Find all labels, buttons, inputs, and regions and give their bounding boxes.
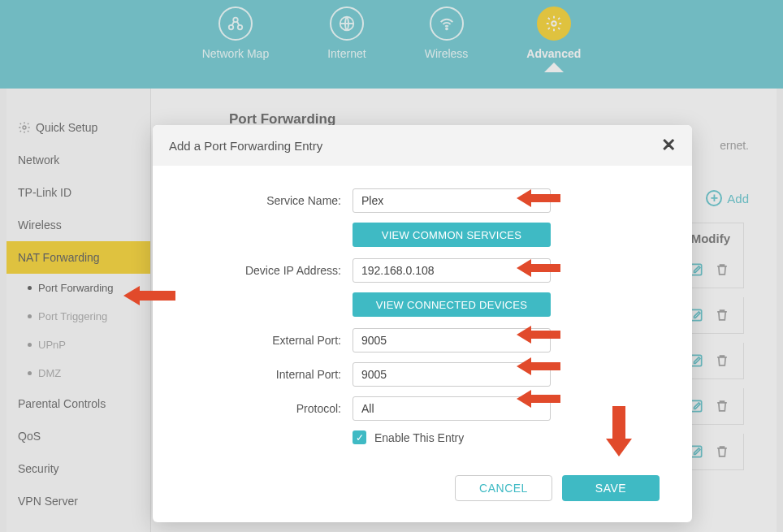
external-port-input[interactable] <box>353 328 551 353</box>
internal-port-label: Internal Port: <box>185 368 353 381</box>
wifi-icon <box>430 6 464 41</box>
nav-advanced[interactable]: Advanced <box>526 6 581 60</box>
svg-point-4 <box>446 28 448 30</box>
sidebar-wireless[interactable]: Wireless <box>6 209 150 241</box>
svg-point-6 <box>23 126 26 129</box>
sidebar-parental[interactable]: Parental Controls <box>6 387 150 420</box>
nav-label: Internet <box>327 47 366 60</box>
view-common-services-button[interactable]: VIEW COMMON SERVICES <box>353 223 551 247</box>
modal-header: Add a Port Forwarding Entry ✕ <box>153 125 692 166</box>
sidebar-label: Port Triggering <box>38 310 107 322</box>
sidebar-quick-setup[interactable]: Quick Setup <box>6 111 150 144</box>
trash-icon[interactable] <box>714 398 730 414</box>
sidebar-nat-forwarding[interactable]: NAT Forwarding <box>6 241 150 274</box>
network-map-icon <box>218 6 253 41</box>
nav-wireless[interactable]: Wireless <box>425 6 469 60</box>
nav-label: Advanced <box>526 47 581 60</box>
sidebar-label: NAT Forwarding <box>18 251 100 264</box>
bullet-icon <box>28 314 32 318</box>
sidebar-label: Quick Setup <box>36 121 97 134</box>
sidebar-label: Network <box>18 154 59 167</box>
modal-footer: CANCEL SAVE <box>153 467 692 522</box>
sidebar: Quick Setup Network TP-Link ID Wireless … <box>6 89 151 532</box>
globe-icon <box>330 6 364 41</box>
sidebar-label: QoS <box>18 430 41 443</box>
view-connected-devices-button[interactable]: VIEW CONNECTED DEVICES <box>353 292 551 317</box>
sidebar-tplink-id[interactable]: TP-Link ID <box>6 176 150 209</box>
description-fragment: ernet. <box>720 139 749 152</box>
trash-icon[interactable] <box>714 353 730 369</box>
add-entry-modal: Add a Port Forwarding Entry ✕ Service Na… <box>153 125 692 522</box>
trash-icon[interactable] <box>714 443 730 460</box>
cancel-button[interactable]: CANCEL <box>455 475 552 501</box>
nav-label: Wireless <box>425 47 469 60</box>
top-nav: Network Map Internet Wireless Advanced <box>0 0 783 89</box>
sidebar-label: DMZ <box>38 367 61 379</box>
sidebar-label: Port Forwarding <box>38 282 113 294</box>
protocol-label: Protocol: <box>185 402 353 415</box>
service-name-label: Service Name: <box>185 194 353 207</box>
device-ip-input[interactable] <box>353 258 551 283</box>
enable-entry-row[interactable]: ✓ Enable This Entry <box>353 430 660 444</box>
service-name-input[interactable] <box>353 188 551 213</box>
nav-network-map[interactable]: Network Map <box>202 6 269 60</box>
sidebar-port-forwarding[interactable]: Port Forwarding <box>6 274 150 302</box>
external-port-label: External Port: <box>185 334 353 347</box>
sidebar-label: TP-Link ID <box>18 186 71 199</box>
modal-title: Add a Port Forwarding Entry <box>169 139 322 153</box>
sidebar-label: Wireless <box>18 218 62 231</box>
trash-icon[interactable] <box>714 307 730 323</box>
internal-port-input[interactable] <box>353 362 551 387</box>
sidebar-label: Security <box>18 462 59 475</box>
sidebar-qos[interactable]: QoS <box>6 420 150 452</box>
sidebar-upnp[interactable]: UPnP <box>6 331 150 359</box>
svg-point-5 <box>552 21 556 26</box>
save-button[interactable]: SAVE <box>562 475 660 501</box>
bullet-icon <box>28 343 32 347</box>
bullet-icon <box>28 286 32 290</box>
sidebar-port-triggering[interactable]: Port Triggering <box>6 302 150 331</box>
nav-internet[interactable]: Internet <box>327 6 366 60</box>
device-ip-label: Device IP Address: <box>185 264 353 277</box>
sidebar-label: UPnP <box>38 339 66 351</box>
protocol-input[interactable] <box>353 396 551 421</box>
sidebar-label: VPN Server <box>18 495 78 508</box>
gear-icon <box>18 121 31 134</box>
sidebar-label: Parental Controls <box>18 397 106 410</box>
nav-label: Network Map <box>202 47 269 60</box>
sidebar-vpn[interactable]: VPN Server <box>6 485 150 517</box>
close-icon[interactable]: ✕ <box>661 136 676 154</box>
sidebar-dmz[interactable]: DMZ <box>6 359 150 387</box>
modal-body: Service Name: VIEW COMMON SERVICES Devic… <box>153 166 692 467</box>
bullet-icon <box>28 371 32 375</box>
sidebar-network[interactable]: Network <box>6 144 150 176</box>
sidebar-security[interactable]: Security <box>6 452 150 485</box>
enable-entry-label: Enable This Entry <box>374 431 464 444</box>
plus-icon: + <box>706 190 722 206</box>
checkbox-checked-icon[interactable]: ✓ <box>353 430 366 444</box>
gear-icon <box>537 6 571 41</box>
add-label: Add <box>727 192 749 205</box>
add-button[interactable]: + Add <box>706 190 749 206</box>
trash-icon[interactable] <box>714 262 730 278</box>
